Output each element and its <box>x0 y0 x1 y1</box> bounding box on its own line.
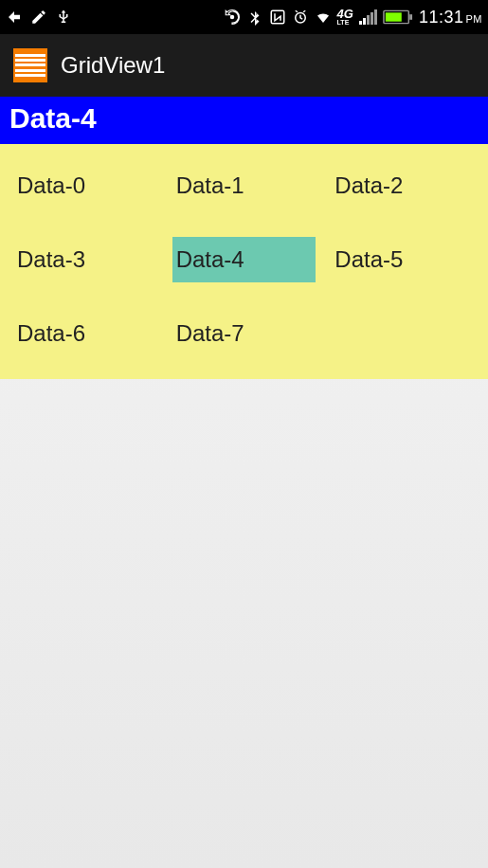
selected-item-header: Data-4 <box>0 97 488 144</box>
svg-point-0 <box>229 15 234 20</box>
wifi-icon <box>315 9 332 26</box>
grid-container: Data-0 Data-1 Data-2 Data-3 Data-4 Data-… <box>0 144 488 379</box>
svg-rect-1 <box>271 10 284 24</box>
edit-icon <box>30 9 47 26</box>
status-bar: 4G LTE 11:31PM <box>0 0 488 34</box>
grid-item-4[interactable]: Data-4 <box>172 237 316 282</box>
svg-rect-4 <box>386 12 402 21</box>
network-sub: LTE <box>337 20 353 26</box>
signal-icon <box>359 9 377 25</box>
network-label: 4G <box>337 9 353 20</box>
phone-sync-icon <box>224 9 241 26</box>
status-right: 4G LTE 11:31PM <box>224 8 482 27</box>
app-icon[interactable] <box>13 48 47 82</box>
network-type: 4G LTE <box>337 9 353 26</box>
grid-item-3[interactable]: Data-3 <box>13 237 157 282</box>
grid-item-5[interactable]: Data-5 <box>331 237 475 282</box>
bluetooth-icon <box>246 9 263 26</box>
nfc-icon <box>269 9 286 26</box>
status-left <box>6 9 72 26</box>
app-title: GridView1 <box>61 52 165 79</box>
usb-icon <box>55 9 72 26</box>
time-value: 11:31 <box>419 8 464 27</box>
action-bar: GridView1 <box>0 34 488 97</box>
grid-item-6[interactable]: Data-6 <box>13 311 157 356</box>
back-arrow-icon <box>6 9 23 26</box>
alarm-icon <box>292 9 309 26</box>
status-time: 11:31PM <box>419 8 482 27</box>
svg-rect-5 <box>409 14 412 20</box>
grid-item-0[interactable]: Data-0 <box>13 163 157 208</box>
battery-icon <box>383 9 413 25</box>
grid-item-2[interactable]: Data-2 <box>331 163 475 208</box>
grid-item-7[interactable]: Data-7 <box>172 311 316 356</box>
time-suffix: PM <box>466 13 483 25</box>
grid-view[interactable]: Data-0 Data-1 Data-2 Data-3 Data-4 Data-… <box>13 163 475 356</box>
grid-item-1[interactable]: Data-1 <box>172 163 316 208</box>
